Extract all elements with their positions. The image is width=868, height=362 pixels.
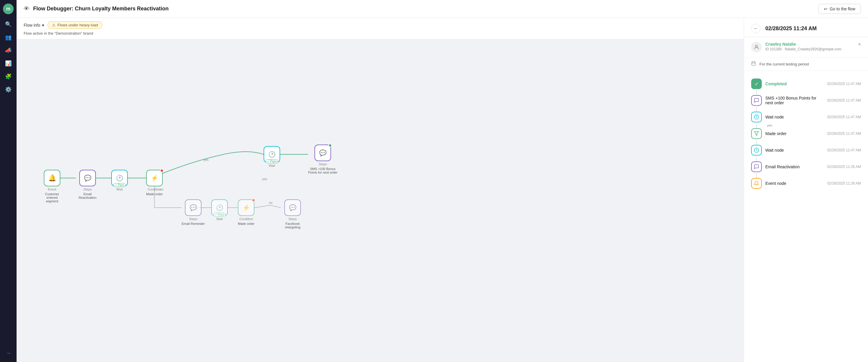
wait3-node-title: Wait xyxy=(216,217,223,221)
flow-node-wait1[interactable]: 🕐 ✓ Pass Wait xyxy=(111,170,128,191)
flow-node-steps3[interactable]: 💬 Steps Email Reminder xyxy=(182,199,205,225)
steps1-node-box: 💬 xyxy=(79,170,96,186)
flow-info-button[interactable]: Flow info ▾ xyxy=(24,23,44,28)
content-area: Flow info ▾ ⚠ Flows under heavy load Flo… xyxy=(17,18,868,362)
event-node-title: Event xyxy=(48,188,56,191)
condition2-node-box: ⚡ xyxy=(238,199,254,216)
timeline-name-event: Event node xyxy=(765,181,824,186)
sms-icon-1: 💬 xyxy=(84,174,91,182)
condition-red-dot xyxy=(160,169,164,172)
sidebar-item-integrations[interactable]: 🧩 xyxy=(3,71,13,82)
edge-label-yes2: yes xyxy=(262,177,267,181)
condition2-red-dot xyxy=(252,198,255,202)
filter-icon-1: ⚡ xyxy=(151,174,158,182)
timeline-item-wait1: Wait node 02/28/2025 11:47 AM xyxy=(751,109,861,125)
flow-node-steps1[interactable]: 💬 Steps Email Reactivation xyxy=(76,170,99,199)
timeline-time-condition: 02/28/2025 11:47 AM xyxy=(827,132,861,136)
filter-icon-2: ⚡ xyxy=(243,204,250,211)
page-title: Flow Debugger: Churn Loyalty Members Rea… xyxy=(33,6,818,12)
right-panel: ← 02/28/2025 11:24 AM Crawley Natalie ID… xyxy=(744,18,868,362)
panel-back-button[interactable]: ← xyxy=(751,24,761,33)
timeline-name-completed: Completed xyxy=(765,81,824,86)
sidebar-item-logout[interactable]: → xyxy=(3,348,13,358)
flow-canvas[interactable]: yes no yes no 🔔 Event Customer entered s… xyxy=(17,39,744,362)
timeline-label-email: Email Reactivation xyxy=(765,164,824,169)
svg-rect-1 xyxy=(752,62,755,65)
steps4-node-box: 💬 xyxy=(284,199,301,216)
sidebar-item-search[interactable]: 🔍 xyxy=(3,19,13,30)
condition2-node-title: Condition xyxy=(239,217,253,221)
flow-node-wait3[interactable]: 🕐 ✓ Pass Wait xyxy=(211,199,228,221)
sidebar-item-campaigns[interactable]: 📣 xyxy=(3,45,13,56)
timeline-label-sms: SMS +100 Bonus Points for next order xyxy=(765,96,824,105)
svg-point-0 xyxy=(755,45,758,47)
timeline-item-wait2: Wait node 02/28/2025 11:47 AM xyxy=(751,142,861,159)
timeline-node-completed: ✓ xyxy=(751,79,762,89)
canvas-area: Flow info ▾ ⚠ Flows under heavy load Flo… xyxy=(17,18,744,362)
flow-node-condition2[interactable]: ⚡ Condition Made order xyxy=(238,199,254,225)
heavy-load-badge: ⚠ Flows under heavy load xyxy=(48,21,102,29)
edge-label-yes1: yes xyxy=(204,158,209,162)
wait1-badge: ✓ Pass xyxy=(113,183,126,187)
user-meta: ID 101380 · Natalie_Crawley3926@gompie.c… xyxy=(765,47,861,51)
user-id: ID 101380 xyxy=(765,47,782,51)
flow-node-wait2[interactable]: 🕐 ✓ Pass Wait xyxy=(264,146,280,167)
sidebar-item-users[interactable]: 👥 xyxy=(3,32,13,43)
sidebar-item-analytics[interactable]: 📊 xyxy=(3,58,13,69)
debugger-eye-icon: 👁 xyxy=(24,5,30,12)
heavy-load-label: Flows under heavy load xyxy=(57,23,98,27)
steps1-node-subtitle: Email Reactivation xyxy=(76,192,99,199)
sidebar-item-settings[interactable]: ⚙️ xyxy=(3,84,13,95)
flow-node-condition[interactable]: ⚡ Condition Made order xyxy=(146,170,163,196)
steps1-node-title: Steps xyxy=(84,188,92,191)
timeline-time-event: 02/28/2025 11:26 AM xyxy=(827,181,861,186)
panel-close-button[interactable]: × xyxy=(858,42,861,47)
flow-node-steps4[interactable]: 💬 Steps Facebook retargeting xyxy=(281,199,304,229)
panel-datetime: 02/28/2025 11:24 AM xyxy=(765,26,816,32)
wait3-badge: ✓ Pass xyxy=(213,213,226,217)
event-node-subtitle: Customer entered segment xyxy=(40,192,64,203)
event-node-box: 🔔 xyxy=(44,170,60,186)
bell-icon: 🔔 xyxy=(48,174,56,182)
sms-icon-3: 💬 xyxy=(190,204,197,211)
timeline-label-event: Event node xyxy=(765,181,824,186)
timeline-time-wait1: 02/28/2025 11:47 AM xyxy=(827,115,861,119)
timeline-name-wait1: Wait node xyxy=(765,115,824,119)
timeline-item-completed: ✓ Completed 02/28/2025 11:47 AM xyxy=(751,76,861,92)
user-info: Crawley Natalie ID 101380 · Natalie_Craw… xyxy=(765,42,861,51)
condition-node-title: Condition xyxy=(148,188,161,191)
timeline-time-email: 02/28/2025 11:26 AM xyxy=(827,165,861,169)
go-to-flow-arrow-icon: ↩ xyxy=(824,6,828,11)
timeline: ✓ Completed 02/28/2025 11:47 AM SMS +100… xyxy=(744,71,868,196)
canvas-header: Flow info ▾ ⚠ Flows under heavy load Flo… xyxy=(17,18,744,39)
timeline-time-sms: 02/28/2025 11:47 AM xyxy=(827,99,861,103)
panel-period-section: For the current testing period xyxy=(744,57,868,71)
user-email: Natalie_Crawley3926@gompie.com xyxy=(784,47,841,51)
timeline-node-sms xyxy=(751,95,762,106)
svg-marker-3 xyxy=(754,132,759,136)
timeline-node-wait1 xyxy=(751,112,762,122)
chevron-down-icon: ▾ xyxy=(42,23,44,28)
flow-node-event[interactable]: 🔔 Event Customer entered segment xyxy=(40,170,64,203)
wait1-node-box: 🕐 ✓ Pass xyxy=(111,170,128,186)
timeline-label-wait2: Wait node xyxy=(765,148,824,152)
flow-node-steps2[interactable]: 💬 Steps SMS +100 Bonus Points for next o… xyxy=(308,144,338,174)
app-logo[interactable]: m xyxy=(3,4,13,14)
timeline-item-sms: SMS +100 Bonus Points for next order 02/… xyxy=(751,92,861,109)
timeline-time-completed: 02/28/2025 11:47 AM xyxy=(827,82,861,86)
timeline-name-sms: SMS +100 Bonus Points for next order xyxy=(765,96,824,105)
condition-node-subtitle: Made order xyxy=(146,192,163,196)
timeline-name-email: Email Reactivation xyxy=(765,164,824,169)
steps2-node-title: Steps xyxy=(319,162,327,166)
timeline-item-email: Email Reactivation 02/28/2025 11:26 AM xyxy=(751,159,861,175)
edge-label-no2: no xyxy=(269,201,273,204)
calendar-icon xyxy=(751,61,756,67)
clock-icon-3: 🕐 xyxy=(216,204,223,211)
wait2-node-title: Wait xyxy=(269,164,275,167)
timeline-time-wait2: 02/28/2025 11:47 AM xyxy=(827,148,861,152)
go-to-flow-button[interactable]: ↩ Go to the flow xyxy=(818,4,861,14)
user-avatar-icon xyxy=(751,42,762,52)
condition-node-box: ⚡ xyxy=(146,170,163,186)
period-label: For the current testing period xyxy=(760,62,809,66)
steps2-green-dot xyxy=(329,144,332,147)
